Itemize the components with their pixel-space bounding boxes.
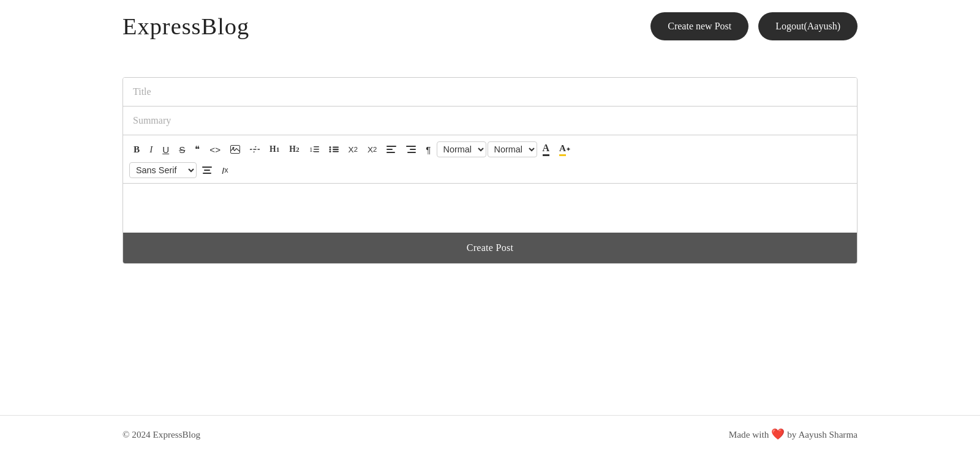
svg-rect-19 [204, 170, 210, 171]
heart-icon: ❤️ [771, 428, 785, 441]
font-family-select[interactable]: Sans Serif Serif Monospace [129, 162, 197, 178]
svg-rect-18 [202, 167, 212, 168]
svg-rect-9 [333, 147, 339, 148]
bold-button[interactable]: B [129, 141, 144, 157]
unordered-list-button[interactable] [325, 143, 343, 156]
highlight-button[interactable]: A✦ [555, 140, 575, 159]
image-button[interactable] [226, 143, 244, 156]
footer-credit: Made with ❤️ by Aayush Sharma [729, 428, 858, 441]
svg-rect-4 [314, 149, 319, 150]
create-new-post-button[interactable]: Create new Post [650, 12, 748, 40]
svg-point-8 [329, 151, 331, 152]
svg-rect-20 [203, 173, 211, 174]
h1-button[interactable]: H1 [265, 142, 284, 157]
svg-rect-14 [386, 152, 395, 153]
strikethrough-button[interactable]: S [175, 142, 189, 157]
logo: ExpressBlog [123, 13, 249, 40]
create-post-button[interactable]: Create Post [123, 233, 857, 263]
svg-rect-16 [410, 149, 416, 150]
font-size-select-1[interactable]: Normal Small Large Huge [437, 141, 486, 157]
code-button[interactable]: <> [205, 142, 225, 157]
italic-button[interactable]: I [145, 141, 157, 157]
align-right-button[interactable] [402, 143, 420, 155]
clear-format-button[interactable]: Ix [217, 163, 233, 178]
blockquote-button[interactable]: ❝ [190, 141, 204, 157]
svg-rect-13 [386, 149, 393, 150]
title-input[interactable] [123, 78, 857, 107]
align-center-button[interactable] [198, 164, 216, 176]
copyright-text: © 2024 ExpressBlog [123, 429, 200, 440]
ordered-list-button[interactable]: 1. [305, 143, 323, 156]
made-with-prefix: Made with [729, 429, 769, 440]
align-left-button[interactable] [382, 143, 401, 155]
editor-body[interactable] [123, 184, 857, 233]
editor-toolbar: B I U S ❝ <> H1 [123, 135, 857, 184]
link-button[interactable] [246, 144, 264, 155]
svg-rect-11 [333, 151, 339, 152]
underline-button[interactable]: U [158, 142, 173, 157]
summary-input[interactable] [123, 107, 857, 135]
svg-rect-12 [386, 146, 396, 147]
subscript-button[interactable]: X2 [344, 143, 362, 157]
superscript-button[interactable]: X2 [363, 143, 381, 157]
svg-rect-5 [314, 151, 319, 152]
svg-rect-3 [314, 146, 319, 148]
logout-button[interactable]: Logout(Aayush) [758, 12, 858, 40]
editor-container: B I U S ❝ <> H1 [123, 77, 858, 264]
svg-rect-15 [406, 146, 416, 147]
font-size-select-2[interactable]: Normal Small Large Huge [488, 141, 537, 157]
h2-button[interactable]: H2 [285, 142, 303, 157]
indent-button[interactable]: ¶ [421, 142, 435, 157]
svg-point-7 [329, 149, 331, 151]
made-with-suffix: by Aayush Sharma [787, 429, 858, 440]
svg-point-6 [329, 146, 331, 148]
text-color-button[interactable]: A [538, 140, 554, 159]
svg-rect-10 [333, 149, 339, 150]
svg-rect-17 [407, 152, 416, 153]
